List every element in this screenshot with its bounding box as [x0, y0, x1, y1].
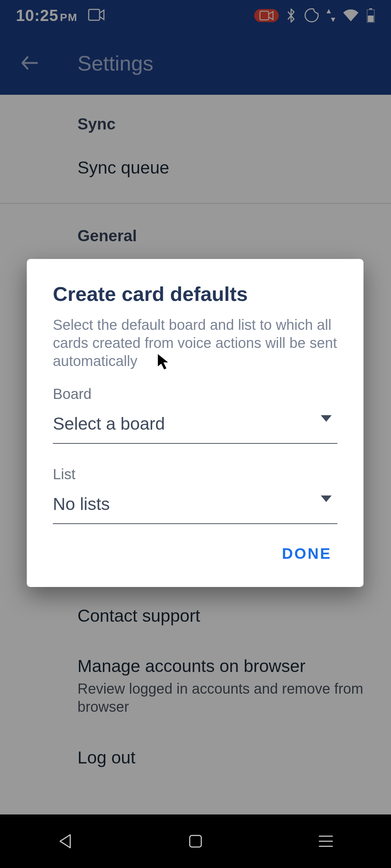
board-select-value: Select a board [53, 414, 165, 433]
dialog-description: Select the default board and list to whi… [53, 316, 337, 370]
nav-home-button[interactable] [184, 830, 207, 853]
dialog-title: Create card defaults [53, 282, 337, 306]
dropdown-caret-icon [321, 415, 332, 422]
mouse-cursor-icon [156, 353, 172, 371]
board-label: Board [53, 386, 337, 402]
dropdown-caret-icon [321, 495, 332, 502]
nav-recents-button[interactable] [314, 830, 337, 853]
nav-back-button[interactable] [54, 830, 77, 853]
list-select-value: No lists [53, 494, 110, 514]
svg-rect-5 [190, 835, 201, 847]
list-select[interactable]: No lists [53, 492, 337, 524]
create-card-defaults-dialog: Create card defaults Select the default … [27, 259, 363, 587]
list-label: List [53, 466, 337, 482]
dialog-actions: DONE [53, 539, 337, 569]
done-button[interactable]: DONE [276, 539, 337, 569]
system-nav-bar [0, 814, 391, 868]
board-select[interactable]: Select a board [53, 412, 337, 444]
